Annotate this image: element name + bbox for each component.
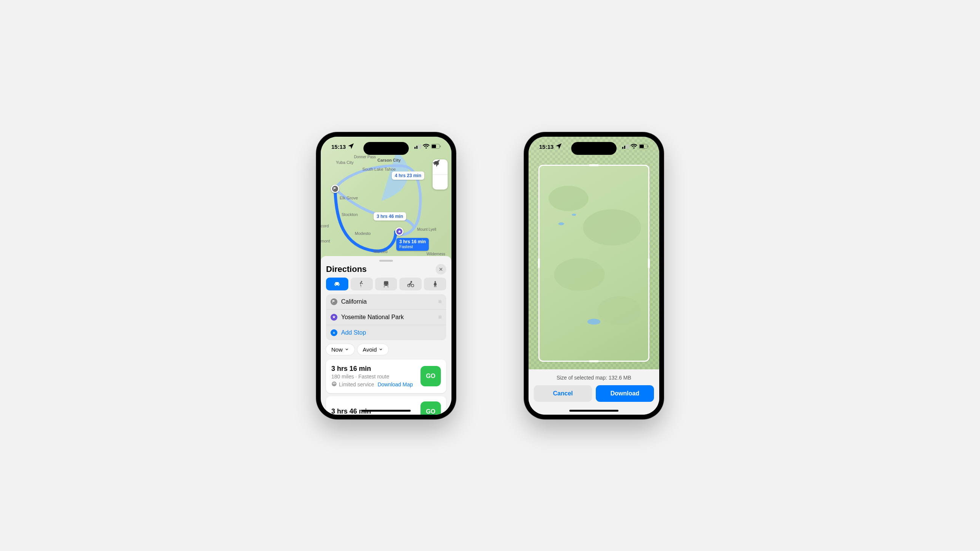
map-label: Carson City [377,158,401,162]
stop-origin[interactable]: California ≡ [326,294,446,309]
svg-rect-18 [626,144,627,149]
map-label: Yuba City [336,160,354,165]
route-subtitle: 180 miles · Fastest route [331,373,417,380]
add-stop-button[interactable]: + Add Stop [326,325,446,340]
route-callout-primary[interactable]: 3 hrs 16 min Fastest [396,238,429,251]
svg-point-10 [387,284,388,285]
screen-right: 15:13 [528,137,659,414]
star-icon: ★ [331,314,337,321]
download-button[interactable]: Download [596,385,654,402]
map-controls [433,159,448,190]
destination-pin-icon[interactable]: ★ [395,227,404,236]
pill-label: Now [331,346,343,353]
svg-rect-19 [628,144,629,149]
svg-point-25 [554,258,605,291]
download-map-canvas[interactable]: Size of selected map: 132.6 MB Cancel Do… [528,137,659,414]
home-indicator[interactable] [361,410,410,412]
directions-sheet[interactable]: Directions [321,256,452,414]
mode-cycle[interactable] [399,278,422,291]
flag-icon [331,299,337,305]
route-callout-sub: Fastest [399,245,426,249]
home-indicator[interactable] [570,410,619,412]
svg-point-26 [598,296,641,325]
svg-rect-22 [648,145,649,147]
sheet-grabber[interactable] [379,260,393,262]
go-button[interactable]: GO [420,402,441,414]
warning-icon [331,381,337,388]
svg-rect-16 [622,147,624,149]
mode-transit[interactable] [375,278,398,291]
sheet-title: Directions [326,264,367,274]
chevron-down-icon [345,346,349,353]
mode-drive[interactable] [326,278,348,291]
svg-point-9 [385,284,385,285]
route-time: 3 hrs 16 min [331,365,417,373]
battery-icon [639,143,649,150]
download-selection-frame[interactable] [538,165,649,362]
status-time: 15:13 [539,143,554,150]
route-callout-alt1[interactable]: 4 hrs 23 min [392,171,424,180]
svg-rect-6 [440,145,441,147]
phone-frame-right: 15:13 [524,132,664,419]
stop-destination[interactable]: ★ Yosemite National Park ≡ [326,309,446,325]
cellular-icon [622,143,629,150]
location-arrow-icon [555,142,563,151]
map-label: Wilderness [426,252,445,256]
reorder-handle-icon[interactable]: ≡ [438,314,442,321]
depart-time-pill[interactable]: Now [326,344,354,355]
svg-point-24 [583,209,641,246]
svg-point-12 [411,284,414,287]
resize-handle-icon[interactable] [589,360,599,362]
dynamic-island [571,142,617,155]
map-label: Mount Lyell [417,227,436,232]
dynamic-island [363,142,409,155]
svg-rect-5 [432,144,436,148]
terrain-svg [539,166,648,354]
svg-rect-17 [624,146,625,149]
cellular-icon [414,143,421,150]
svg-rect-0 [414,147,415,149]
location-arrow-icon [347,142,355,151]
route-option-1[interactable]: 3 hrs 16 min 180 miles · Fastest route L… [326,359,446,393]
svg-point-13 [410,281,412,282]
wifi-icon [423,143,430,150]
svg-point-27 [587,319,601,324]
route-callout-alt2[interactable]: 3 hrs 46 min [374,212,406,221]
avoid-pill[interactable]: Avoid [357,344,388,355]
svg-rect-2 [418,144,419,149]
svg-point-14 [434,281,436,283]
route-warning: Limited service [339,381,374,387]
route-callout-time: 3 hrs 16 min [399,239,426,245]
map-label: Modesto [355,231,371,236]
stop-label: California [341,299,434,305]
battery-icon [431,143,441,150]
svg-point-7 [361,281,362,282]
svg-rect-3 [420,144,421,149]
add-stop-label: Add Stop [341,329,442,336]
map-label: Elk Grove [340,195,358,200]
transport-modes [326,278,446,291]
map-label: South Lake Tahoe [362,167,396,171]
plus-icon: + [331,329,337,336]
cancel-button[interactable]: Cancel [534,385,592,402]
reorder-handle-icon[interactable]: ≡ [438,299,442,305]
svg-point-23 [549,186,589,211]
close-button[interactable] [436,264,446,275]
wifi-icon [630,143,637,150]
download-bottom-bar: Size of selected map: 132.6 MB Cancel Do… [528,369,659,414]
svg-point-29 [572,213,576,216]
origin-pin-icon[interactable] [331,185,339,193]
map-label: cord [321,224,329,228]
mode-walk[interactable] [351,278,373,291]
map-label: Merced [374,249,388,254]
download-map-link[interactable]: Download Map [377,381,412,387]
phone-frame-left: 15:13 [316,132,456,419]
go-button[interactable]: GO [420,366,441,386]
map-label: Stockton [342,212,358,217]
locate-me-button[interactable] [433,175,448,190]
svg-rect-21 [640,144,644,148]
chevron-down-icon [379,346,383,353]
route-option-2[interactable]: 3 hrs 46 min GO [326,396,446,414]
route-stops: California ≡ ★ Yosemite National Park ≡ … [326,294,446,340]
mode-rideshare[interactable] [424,278,446,291]
